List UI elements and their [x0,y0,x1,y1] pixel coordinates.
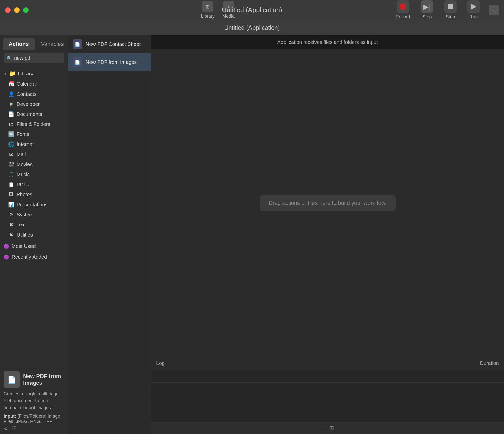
run-button[interactable]: Run [463,0,484,22]
workflow-log-area: Log Duration [151,357,504,422]
stop-button[interactable]: Stop [440,0,461,22]
tab-bar: Actions Variables [0,35,68,50]
documents-icon: 📄 [8,111,14,117]
workflow-placeholder: Drag actions or files here to build your… [260,195,395,211]
list-item[interactable]: 📄 New PDF from Images [68,53,151,71]
sidebar-item-label: PDFs [17,182,29,188]
log-rows [151,370,504,422]
media-label: Media [222,14,235,19]
sidebar-item-music[interactable]: 🎵 Music [0,169,68,180]
sidebar-item-label: Contacts [17,91,37,97]
sidebar-item-documents[interactable]: 📄 Documents [0,109,68,119]
search-bar: 🔍 ✕ [0,50,68,66]
sidebar-item-movies[interactable]: 🎬 Movies [0,159,68,169]
add-button[interactable]: + [489,5,499,15]
info-panel: 📄 New PDF from Images Creates a single m… [0,367,68,423]
close-button[interactable] [5,7,11,13]
step-icon: ▶| [421,0,433,13]
sidebar-item-recently-added[interactable]: 🟣 Recently Added [0,252,68,262]
info-header: 📄 New PDF from Images [4,371,64,388]
library-tree: ▼ 📁 Library 📅 Calendar 👤 Contacts ✖ Deve… [0,66,68,367]
action-item-icon: 📄 [73,39,82,49]
record-icon [397,0,409,13]
movies-icon: 🎬 [8,161,14,167]
chevron-down-icon: ▼ [4,72,7,76]
sidebar-item-internet[interactable]: 🌐 Internet [0,139,68,149]
sidebar-item-label: Mail [17,152,26,157]
action-item-label: New PDF from Images [86,59,137,65]
sidebar-item-label: Developer [17,101,40,107]
sidebar-bottom: ⚙ ☑ [0,423,68,434]
action-thumbnail: 📄 [4,371,20,388]
calendar-icon: 📅 [8,81,14,87]
text-icon: ✖ [8,222,14,228]
sidebar-item-label: Text [17,222,26,228]
workflow-area: Application receives files and folders a… [151,35,504,434]
contacts-icon: 👤 [8,91,14,97]
tab-variables[interactable]: Variables [36,38,69,50]
sidebar-section-label: Most Used [12,243,36,249]
sidebar-item-calendar[interactable]: 📅 Calendar [0,79,68,89]
list-item[interactable]: 📄 New PDF Contact Sheet [68,35,151,53]
minimize-button[interactable] [14,7,20,13]
run-label: Run [469,14,478,20]
sidebar-item-system[interactable]: ⚙ System [0,210,68,220]
log-row [151,395,504,408]
traffic-lights [5,7,29,13]
system-icon: ⚙ [8,212,14,218]
developer-icon: ✖ [8,101,14,107]
sidebar-item-text[interactable]: ✖ Text [0,220,68,230]
grid-view-button[interactable]: ⊞ [329,425,334,431]
log-row [151,370,504,383]
log-label: Log [156,360,449,366]
tab-actions[interactable]: Actions [3,38,35,50]
photos-icon: 🖼 [8,192,14,197]
sidebar-item-presentations[interactable]: 📊 Presentations [0,199,68,210]
sidebar-item-label: System [17,212,34,218]
log-header: Log Duration [151,357,504,370]
titlebar: ⊞ Library ♪ Media Untitled (Application)… [0,0,504,20]
library-label: Library [18,71,33,77]
library-header[interactable]: ▼ 📁 Library [0,68,68,79]
sidebar-item-photos[interactable]: 🖼 Photos [0,190,68,199]
sidebar-section-label: Recently Added [12,254,47,260]
record-button[interactable]: Record [392,0,414,22]
sidebar-item-utilities[interactable]: ✖ Utilities [0,230,68,240]
presentations-icon: 📊 [8,201,14,208]
sidebar-item-label: Documents [17,111,42,117]
stop-label: Stop [446,14,455,20]
sidebar-item-fonts[interactable]: 🔤 Fonts [0,129,68,139]
step-button[interactable]: ▶| Step [417,0,437,22]
sidebar-item-developer[interactable]: ✖ Developer [0,99,68,109]
action-title: New PDF from Images [23,373,64,386]
settings-button[interactable]: ⚙ [4,425,8,431]
sidebar-item-files-folders[interactable]: 🗂 Files & Folders [0,119,68,129]
checkbox-button[interactable]: ☑ [12,425,17,431]
list-view-button[interactable]: ≡ [321,425,325,431]
subtitlebar: Untitled (Application) [0,20,504,35]
library-icon: ⊞ [202,1,213,12]
sidebar-item-most-used[interactable]: 🟣 Most Used [0,241,68,251]
sidebar-item-mail[interactable]: ✉ Mail [0,149,68,159]
maximize-button[interactable] [23,7,29,13]
sidebar-item-pdfs[interactable]: 📋 PDFs [0,180,68,190]
log-row [151,383,504,395]
sidebar-item-label: Calendar [17,81,37,87]
workflow-canvas[interactable]: Drag actions or files here to build your… [151,49,504,357]
duration-label: Duration [449,360,499,366]
internet-icon: 🌐 [8,141,14,147]
sidebar-item-label: Photos [17,192,32,197]
library-button[interactable]: ⊞ Library [201,1,215,19]
run-icon [467,0,480,13]
sidebar: Actions Variables 🔍 ✕ ▼ 📁 Library 📅 Cale… [0,35,68,434]
mail-icon: ✉ [8,151,14,157]
files-folders-icon: 🗂 [8,121,14,127]
library-folder-icon: 📁 [9,70,16,77]
music-icon: 🎵 [8,171,14,178]
input-label: Input: [4,414,16,419]
sidebar-item-contacts[interactable]: 👤 Contacts [0,89,68,99]
recently-added-icon: 🟣 [4,254,9,260]
sidebar-item-label: Files & Folders [17,121,50,127]
workflow-header: Application receives files and folders a… [151,35,504,49]
utilities-icon: ✖ [8,232,14,238]
